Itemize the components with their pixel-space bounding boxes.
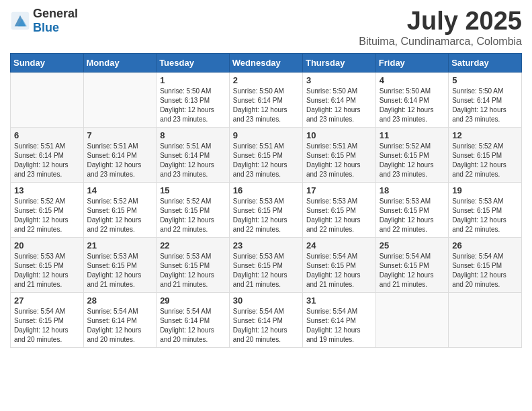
day-info: Sunrise: 5:54 AMSunset: 6:15 PMDaylight:…	[14, 307, 80, 345]
day-info: Sunrise: 5:51 AMSunset: 6:15 PMDaylight:…	[306, 142, 372, 179]
day-info: Sunrise: 5:53 AMSunset: 6:15 PMDaylight:…	[233, 252, 299, 289]
calendar-header-row: SundayMondayTuesdayWednesdayThursdayFrid…	[11, 54, 522, 73]
calendar-cell: 1Sunrise: 5:50 AMSunset: 6:13 PMDaylight…	[157, 73, 230, 128]
calendar-cell	[375, 293, 448, 348]
day-number: 20	[14, 240, 80, 250]
calendar-cell: 4Sunrise: 5:50 AMSunset: 6:14 PMDaylight…	[375, 73, 448, 128]
logo-text: General Blue	[33, 7, 78, 35]
day-info: Sunrise: 5:50 AMSunset: 6:14 PMDaylight:…	[306, 87, 372, 124]
day-number: 15	[160, 185, 226, 195]
day-number: 5	[452, 75, 518, 85]
calendar-cell: 26Sunrise: 5:54 AMSunset: 6:15 PMDayligh…	[449, 238, 522, 293]
day-number: 4	[380, 75, 445, 85]
day-info: Sunrise: 5:52 AMSunset: 6:15 PMDaylight:…	[452, 142, 518, 179]
calendar-week-row: 13Sunrise: 5:52 AMSunset: 6:15 PMDayligh…	[11, 183, 522, 238]
day-number: 28	[87, 295, 153, 306]
day-header-thursday: Thursday	[302, 54, 375, 73]
calendar-cell: 6Sunrise: 5:51 AMSunset: 6:14 PMDaylight…	[11, 128, 84, 183]
day-info: Sunrise: 5:54 AMSunset: 6:14 PMDaylight:…	[233, 307, 299, 345]
calendar-week-row: 27Sunrise: 5:54 AMSunset: 6:15 PMDayligh…	[11, 293, 522, 348]
calendar-week-row: 6Sunrise: 5:51 AMSunset: 6:14 PMDaylight…	[11, 128, 522, 183]
calendar-cell: 19Sunrise: 5:53 AMSunset: 6:15 PMDayligh…	[449, 183, 522, 238]
day-number: 8	[160, 130, 226, 140]
day-number: 25	[380, 240, 445, 250]
day-info: Sunrise: 5:54 AMSunset: 6:15 PMDaylight:…	[306, 252, 372, 289]
calendar: SundayMondayTuesdayWednesdayThursdayFrid…	[10, 53, 522, 348]
calendar-cell: 17Sunrise: 5:53 AMSunset: 6:15 PMDayligh…	[302, 183, 375, 238]
day-info: Sunrise: 5:54 AMSunset: 6:14 PMDaylight:…	[87, 307, 153, 345]
calendar-cell	[449, 293, 522, 348]
day-header-tuesday: Tuesday	[157, 54, 230, 73]
calendar-cell: 7Sunrise: 5:51 AMSunset: 6:14 PMDaylight…	[83, 128, 157, 183]
day-number: 14	[87, 185, 153, 195]
logo: General Blue	[10, 7, 78, 35]
day-info: Sunrise: 5:51 AMSunset: 6:14 PMDaylight:…	[87, 142, 153, 179]
calendar-cell: 9Sunrise: 5:51 AMSunset: 6:15 PMDaylight…	[229, 128, 302, 183]
calendar-cell: 22Sunrise: 5:53 AMSunset: 6:15 PMDayligh…	[157, 238, 230, 293]
day-info: Sunrise: 5:53 AMSunset: 6:15 PMDaylight:…	[380, 197, 445, 234]
logo-blue: Blue	[33, 21, 59, 34]
title-area: July 2025 Bituima, Cundinamarca, Colombi…	[359, 7, 522, 48]
day-number: 3	[306, 75, 372, 85]
header: General Blue July 2025 Bituima, Cundinam…	[10, 7, 522, 48]
day-info: Sunrise: 5:53 AMSunset: 6:15 PMDaylight:…	[233, 197, 299, 234]
day-info: Sunrise: 5:53 AMSunset: 6:15 PMDaylight:…	[14, 252, 80, 289]
calendar-cell: 30Sunrise: 5:54 AMSunset: 6:14 PMDayligh…	[229, 293, 302, 348]
day-info: Sunrise: 5:53 AMSunset: 6:15 PMDaylight:…	[160, 252, 226, 289]
day-header-sunday: Sunday	[11, 54, 84, 73]
day-info: Sunrise: 5:50 AMSunset: 6:13 PMDaylight:…	[160, 87, 226, 124]
day-info: Sunrise: 5:53 AMSunset: 6:15 PMDaylight:…	[452, 197, 518, 234]
day-number: 10	[306, 130, 372, 140]
day-number: 29	[160, 295, 226, 306]
day-number: 9	[233, 130, 299, 140]
calendar-cell: 14Sunrise: 5:52 AMSunset: 6:15 PMDayligh…	[83, 183, 157, 238]
day-info: Sunrise: 5:52 AMSunset: 6:15 PMDaylight:…	[87, 197, 153, 234]
day-number: 16	[233, 185, 299, 195]
day-info: Sunrise: 5:52 AMSunset: 6:15 PMDaylight:…	[160, 197, 226, 234]
calendar-cell: 16Sunrise: 5:53 AMSunset: 6:15 PMDayligh…	[229, 183, 302, 238]
day-info: Sunrise: 5:53 AMSunset: 6:15 PMDaylight:…	[87, 252, 153, 289]
day-info: Sunrise: 5:52 AMSunset: 6:15 PMDaylight:…	[380, 142, 445, 179]
calendar-cell: 31Sunrise: 5:54 AMSunset: 6:14 PMDayligh…	[302, 293, 375, 348]
logo-icon	[10, 11, 30, 31]
day-number: 31	[306, 295, 372, 306]
day-info: Sunrise: 5:54 AMSunset: 6:15 PMDaylight:…	[380, 252, 445, 289]
day-number: 22	[160, 240, 226, 250]
day-info: Sunrise: 5:54 AMSunset: 6:14 PMDaylight:…	[160, 307, 226, 345]
calendar-cell: 2Sunrise: 5:50 AMSunset: 6:14 PMDaylight…	[229, 73, 302, 128]
day-info: Sunrise: 5:52 AMSunset: 6:15 PMDaylight:…	[14, 197, 80, 234]
calendar-cell	[11, 73, 84, 128]
day-number: 7	[87, 130, 153, 140]
day-header-wednesday: Wednesday	[229, 54, 302, 73]
calendar-cell: 11Sunrise: 5:52 AMSunset: 6:15 PMDayligh…	[375, 128, 448, 183]
day-number: 1	[160, 75, 226, 85]
calendar-cell: 5Sunrise: 5:50 AMSunset: 6:14 PMDaylight…	[449, 73, 522, 128]
day-info: Sunrise: 5:51 AMSunset: 6:14 PMDaylight:…	[160, 142, 226, 179]
day-number: 26	[452, 240, 518, 250]
day-number: 21	[87, 240, 153, 250]
day-info: Sunrise: 5:54 AMSunset: 6:15 PMDaylight:…	[452, 252, 518, 289]
calendar-cell: 10Sunrise: 5:51 AMSunset: 6:15 PMDayligh…	[302, 128, 375, 183]
day-header-friday: Friday	[375, 54, 448, 73]
calendar-cell: 25Sunrise: 5:54 AMSunset: 6:15 PMDayligh…	[375, 238, 448, 293]
day-number: 24	[306, 240, 372, 250]
day-number: 27	[14, 295, 80, 306]
day-info: Sunrise: 5:51 AMSunset: 6:14 PMDaylight:…	[14, 142, 80, 179]
calendar-cell: 12Sunrise: 5:52 AMSunset: 6:15 PMDayligh…	[449, 128, 522, 183]
calendar-cell: 23Sunrise: 5:53 AMSunset: 6:15 PMDayligh…	[229, 238, 302, 293]
calendar-week-row: 1Sunrise: 5:50 AMSunset: 6:13 PMDaylight…	[11, 73, 522, 128]
day-number: 19	[452, 185, 518, 195]
calendar-week-row: 20Sunrise: 5:53 AMSunset: 6:15 PMDayligh…	[11, 238, 522, 293]
day-info: Sunrise: 5:50 AMSunset: 6:14 PMDaylight:…	[233, 87, 299, 124]
day-number: 2	[233, 75, 299, 85]
day-info: Sunrise: 5:50 AMSunset: 6:14 PMDaylight:…	[452, 87, 518, 124]
main-title: July 2025	[359, 7, 522, 36]
day-info: Sunrise: 5:51 AMSunset: 6:15 PMDaylight:…	[233, 142, 299, 179]
calendar-cell: 21Sunrise: 5:53 AMSunset: 6:15 PMDayligh…	[83, 238, 157, 293]
day-info: Sunrise: 5:50 AMSunset: 6:14 PMDaylight:…	[380, 87, 445, 124]
calendar-cell: 15Sunrise: 5:52 AMSunset: 6:15 PMDayligh…	[157, 183, 230, 238]
day-number: 30	[233, 295, 299, 306]
day-header-saturday: Saturday	[449, 54, 522, 73]
calendar-cell	[83, 73, 157, 128]
calendar-cell: 18Sunrise: 5:53 AMSunset: 6:15 PMDayligh…	[375, 183, 448, 238]
